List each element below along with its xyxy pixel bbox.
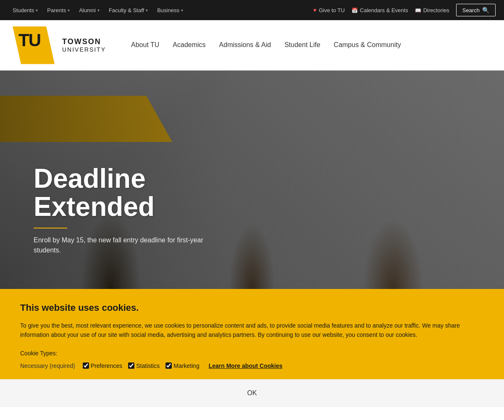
nav-alumni[interactable]: Alumni ▾ (75, 0, 104, 20)
cookie-ok-row: OK (0, 379, 504, 407)
hero-section: Deadline Extended Enroll by May 15, the … (0, 71, 504, 289)
directories-label: Directories (423, 7, 449, 13)
logo-link[interactable]: TU TOWSON UNIVERSITY (13, 26, 106, 64)
statistics-checkbox[interactable] (128, 362, 134, 369)
heart-icon (313, 7, 317, 13)
calendar-icon (352, 7, 358, 13)
cookie-checkboxes: Necessary (required) Preferences Statist… (20, 362, 484, 379)
alumni-chevron: ▾ (97, 8, 100, 13)
give-label: Give to TU (319, 7, 345, 13)
alumni-label: Alumni (79, 7, 96, 13)
business-chevron: ▾ (181, 8, 183, 13)
mainnav-about[interactable]: About TU (131, 38, 159, 53)
calendars-link[interactable]: Calendars & Events (352, 7, 408, 13)
marketing-checkbox[interactable] (165, 362, 172, 369)
nav-faculty[interactable]: Faculty & Staff ▾ (105, 0, 152, 20)
give-link[interactable]: Give to TU (313, 7, 345, 13)
search-icon: 🔍 (482, 7, 489, 13)
search-label: Search (462, 7, 480, 13)
logo-towson: TOWSON (62, 37, 106, 46)
faculty-chevron: ▾ (146, 8, 148, 13)
cookie-title: This website uses cookies. (20, 302, 484, 313)
marketing-label: Marketing (173, 362, 199, 369)
nav-business[interactable]: Business ▾ (153, 0, 187, 20)
business-label: Business (157, 7, 179, 13)
hero-subtext: Enroll by May 15, the new fall entry dea… (34, 235, 210, 255)
search-button[interactable]: Search 🔍 (456, 4, 496, 16)
cookie-ok-button[interactable]: OK (20, 386, 484, 400)
mainnav-academics[interactable]: Academics (173, 38, 205, 53)
top-bar-links: Students ▾ Parents ▾ Alumni ▾ Faculty & … (8, 0, 312, 20)
nav-students[interactable]: Students ▾ (8, 0, 42, 20)
cookie-body: To give you the best, most relevant expe… (20, 321, 482, 340)
parents-label: Parents (47, 7, 66, 13)
preferences-label: Preferences (91, 362, 122, 369)
mainnav-studentlife[interactable]: Student Life (284, 38, 320, 53)
students-chevron: ▾ (36, 8, 38, 13)
faculty-label: Faculty & Staff (109, 7, 144, 13)
logo-box: TU (13, 26, 59, 64)
hero-headline: Deadline Extended (34, 165, 210, 221)
book-icon (415, 7, 421, 13)
statistics-checkbox-label[interactable]: Statistics (128, 362, 160, 369)
mainnav-campus[interactable]: Campus & Community (334, 38, 401, 53)
cookie-types-label: Cookie Types: (20, 350, 484, 357)
logo-tu-text: TU (18, 32, 40, 49)
logo-text-block: TOWSON UNIVERSITY (59, 37, 106, 53)
hero-divider (34, 228, 67, 228)
parents-chevron: ▾ (68, 8, 70, 13)
top-bar: Students ▾ Parents ▾ Alumni ▾ Faculty & … (0, 0, 504, 20)
nav-parents[interactable]: Parents ▾ (43, 0, 74, 20)
preferences-checkbox-label[interactable]: Preferences (83, 362, 122, 369)
marketing-checkbox-label[interactable]: Marketing (165, 362, 199, 369)
cookie-banner: This website uses cookies. To give you t… (0, 289, 504, 407)
learn-more-link[interactable]: Learn More about Cookies (209, 362, 283, 369)
directories-link[interactable]: Directories (415, 7, 449, 13)
mainnav-admissions[interactable]: Admissions & Aid (219, 38, 271, 53)
top-bar-right: Give to TU Calendars & Events Directorie… (313, 4, 496, 16)
main-nav-links: About TU Academics Admissions & Aid Stud… (131, 38, 491, 53)
statistics-label: Statistics (136, 362, 160, 369)
students-label: Students (13, 7, 34, 13)
hero-content: Deadline Extended Enroll by May 15, the … (34, 165, 210, 255)
main-nav: TU TOWSON UNIVERSITY About TU Academics … (0, 20, 504, 71)
logo-university: UNIVERSITY (62, 46, 106, 53)
necessary-label: Necessary (required) (20, 362, 75, 369)
preferences-checkbox[interactable] (83, 362, 89, 369)
calendars-label: Calendars & Events (360, 7, 408, 13)
